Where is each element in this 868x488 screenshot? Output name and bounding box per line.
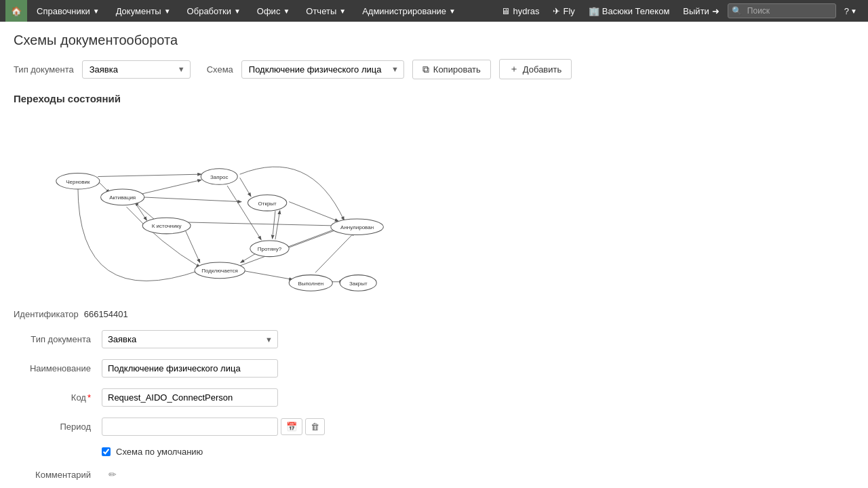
menu-administrirovanie[interactable]: Администрирование ▼ [355,0,462,22]
form-comment-label: Комментарий [14,470,102,480]
search-input[interactable] [728,3,836,18]
state-transitions-graph: Черновик Активация Запрос Открыт К источ… [14,113,434,296]
menu-spravochniki[interactable]: Справочники ▼ [30,0,106,22]
topnav: 🏠 Справочники ▼ Документы ▼ Обработки ▼ … [0,0,868,22]
comment-edit-button[interactable]: ✏ [107,468,118,481]
form-period-row: Период 📅 🗑 [14,418,854,436]
page-title: Схемы документооборота [14,33,854,48]
svg-text:Закрыт: Закрыт [349,281,368,287]
page-content: Схемы документооборота Тип документа Зая… [0,22,868,488]
form-name-row: Наименование [14,359,854,378]
home-button[interactable]: 🏠 [5,0,27,22]
doc-type-select[interactable]: Заявка [82,60,191,79]
logout-icon: ➜ [712,6,719,16]
svg-line-2 [142,180,201,194]
form-period-label: Период [14,422,102,432]
company-indicator[interactable]: 🏢 Васюки Телеком [583,0,675,22]
form-doc-type-row: Тип документа Заявка ▼ [14,330,854,348]
schema-form: Идентификатор 666154401 Тип документа За… [14,309,854,481]
id-value: 666154401 [84,309,128,319]
chevron-down-icon: ▼ [164,7,171,15]
server-icon: 🖥 [501,6,510,16]
calendar-icon: 📅 [286,422,297,432]
svg-line-6 [289,202,338,222]
menu-ofis[interactable]: Офис ▼ [250,0,296,22]
copy-button[interactable]: ⧉ Копировать [412,60,491,79]
schema-label: Схема [207,64,233,75]
add-button[interactable]: ＋ Добавить [499,59,572,79]
form-code-label: Код [14,392,102,403]
svg-text:Протяну?: Протяну? [258,246,282,252]
form-doc-type-select-wrap: Заявка ▼ [102,330,278,348]
fly-icon: ✈ [553,6,560,16]
schema-select[interactable]: Подключение физического лица [241,60,404,79]
id-label: Идентификатор [14,309,79,319]
menu-dokumenty[interactable]: Документы ▼ [109,0,178,22]
svg-text:Аннулирован: Аннулирован [340,224,374,230]
id-row: Идентификатор 666154401 [14,309,854,319]
svg-text:Активация: Активация [109,195,136,201]
doc-type-label: Тип документа [14,64,74,75]
period-actions: 📅 🗑 [281,418,325,435]
add-icon: ＋ [509,63,519,75]
schema-select-wrap: Подключение физического лица ▼ [241,60,404,79]
company-icon: 🏢 [589,6,599,16]
chevron-down-icon: ▼ [234,7,241,15]
svg-text:Выполнен: Выполнен [298,281,323,287]
home-icon: 🏠 [11,6,22,16]
menu-obrabotki[interactable]: Обработки ▼ [180,0,248,22]
help-button[interactable]: ? ▼ [839,0,863,22]
calendar-button[interactable]: 📅 [281,418,302,435]
form-comment-row: Комментарий ✏ [14,468,854,481]
search-field-wrap: 🔍 [728,3,836,18]
svg-line-0 [98,181,109,192]
chevron-down-icon: ▼ [283,7,290,15]
svg-text:Открыт: Открыт [258,201,277,207]
chevron-down-icon: ▼ [449,7,456,15]
form-period-input[interactable] [102,418,278,436]
logout-button[interactable]: Выйти ➜ [677,0,725,22]
search-icon: 🔍 [732,6,742,16]
default-schema-checkbox[interactable] [102,447,111,456]
svg-line-13 [275,211,280,239]
transitions-title: Переходы состояний [14,93,854,104]
svg-text:К источнику: К источнику [152,223,182,229]
clear-date-button[interactable]: 🗑 [305,418,325,435]
svg-line-3 [142,197,241,202]
svg-line-12 [288,228,338,247]
svg-line-18 [227,186,261,239]
form-code-input[interactable] [102,388,278,407]
svg-line-7 [273,211,275,239]
copy-icon: ⧉ [422,64,429,75]
form-name-input[interactable] [102,359,278,378]
doc-type-select-wrap: Заявка ▼ [82,60,191,79]
menu-otchety[interactable]: Отчеты ▼ [299,0,353,22]
form-code-row: Код [14,388,854,407]
svg-line-5 [240,178,251,196]
edit-icon: ✏ [108,469,117,480]
svg-text:Запрос: Запрос [210,174,229,180]
svg-text:Подключается: Подключается [201,268,237,274]
toolbar: Тип документа Заявка ▼ Схема Подключение… [14,59,854,79]
fly-indicator[interactable]: ✈ Fly [547,0,580,22]
form-doc-type-label: Тип документа [14,334,102,344]
svg-line-14 [241,270,292,280]
svg-line-1 [98,174,201,176]
form-doc-type-select[interactable]: Заявка [102,330,278,348]
chevron-down-icon: ▼ [339,7,346,15]
trash-icon: 🗑 [311,422,319,432]
server-indicator[interactable]: 🖥 hydras [496,0,545,22]
svg-line-9 [184,227,200,262]
svg-text:Черновик: Черновик [66,179,90,185]
svg-line-10 [189,222,338,226]
form-name-label: Наименование [14,363,102,373]
default-schema-row: Схема по умолчанию [14,447,854,457]
default-schema-label: Схема по умолчанию [116,447,203,457]
chevron-down-icon: ▼ [93,7,100,15]
svg-line-17 [315,232,354,272]
chevron-down-icon: ▼ [850,7,857,15]
